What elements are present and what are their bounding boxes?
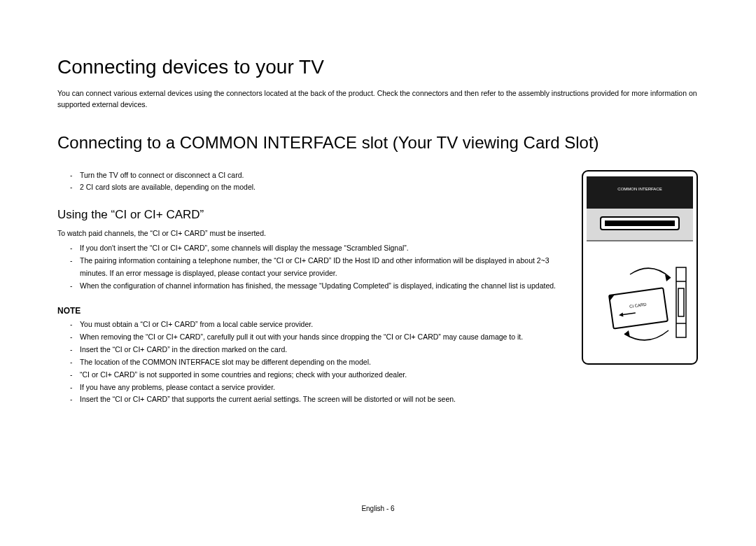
svg-rect-1: [587, 176, 693, 209]
list-item: You must obtain a “CI or CI+ CARD” from …: [57, 318, 567, 331]
using-bullet-list: If you don't insert the “CI or CI+ CARD”…: [57, 242, 567, 292]
list-item: Insert the “CI or CI+ CARD” in the direc…: [57, 344, 567, 356]
ci-card-diagram: COMMON INTERFACE: [581, 169, 699, 365]
list-item: If you don't insert the “CI or CI+ CARD”…: [57, 242, 567, 255]
using-intro: To watch paid channels, the “CI or CI+ C…: [57, 227, 567, 239]
page-title: Connecting devices to your TV: [57, 56, 699, 78]
list-item: Insert the “CI or CI+ CARD” that support…: [57, 393, 567, 406]
list-item: The location of the COMMON INTERFACE slo…: [57, 356, 567, 369]
content-row: Turn the TV off to connect or disconnect…: [57, 169, 699, 421]
list-item: If you have any problems, please contact…: [57, 382, 567, 394]
svg-rect-13: [609, 288, 668, 328]
list-item: “CI or CI+ CARD” is not supported in som…: [57, 369, 567, 382]
list-item: When removing the “CI or CI+ CARD”, care…: [57, 331, 567, 344]
intro-paragraph: You can connect various external devices…: [57, 88, 699, 111]
top-bullet-list: Turn the TV off to connect or disconnect…: [57, 169, 567, 195]
subsection-heading: Using the “CI or CI+ CARD”: [57, 208, 567, 222]
list-item: When the configuration of channel inform…: [57, 280, 567, 293]
list-item: Turn the TV off to connect or disconnect…: [57, 169, 567, 182]
svg-rect-4: [605, 220, 675, 226]
diagram-column: COMMON INTERFACE: [581, 169, 699, 421]
text-column: Turn the TV off to connect or disconnect…: [57, 169, 567, 421]
page-footer: English - 6: [0, 505, 756, 512]
list-item: The pairing information containing a tel…: [57, 255, 567, 280]
note-bullet-list: You must obtain a “CI or CI+ CARD” from …: [57, 318, 567, 406]
list-item: 2 CI card slots are available, depending…: [57, 181, 567, 194]
diagram-top-label: COMMON INTERFACE: [617, 187, 662, 191]
section-heading: Connecting to a COMMON INTERFACE slot (Y…: [57, 133, 699, 153]
svg-rect-12: [678, 288, 684, 316]
note-label: NOTE: [57, 306, 567, 316]
